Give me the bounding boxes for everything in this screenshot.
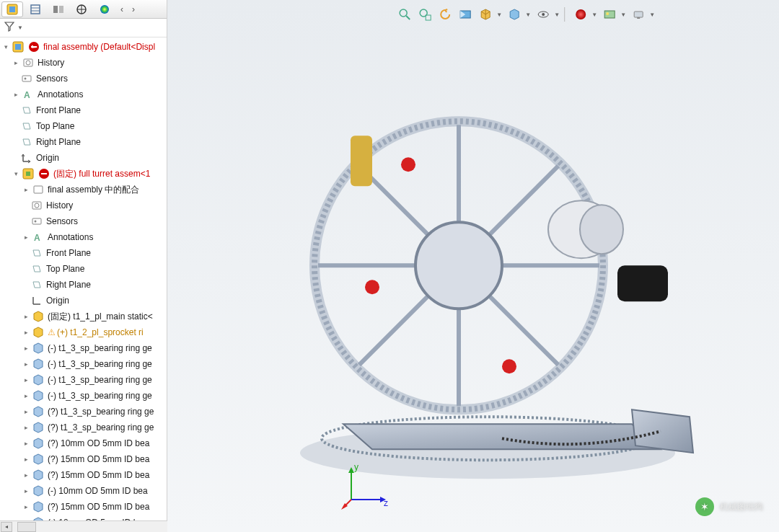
graphics-viewport[interactable]: ▼ ▼ ▼ ▼ ▼ ▼: [167, 0, 779, 532]
tree-filter-row: ▼: [0, 19, 167, 37]
expand-icon[interactable]: ▸: [22, 344, 30, 353]
tree-part[interactable]: ▸(-) t1_3_sp_bearing ring ge: [0, 372, 167, 388]
expand-icon[interactable]: ▸: [22, 376, 30, 384]
tree-part[interactable]: ▸(-) t1_3_sp_bearing ring ge: [0, 356, 167, 372]
expand-icon[interactable]: ▸: [22, 391, 30, 400]
section-view-icon[interactable]: [456, 6, 475, 23]
dropdown-icon[interactable]: ▼: [620, 12, 628, 18]
expand-icon[interactable]: ▸: [22, 312, 30, 321]
filter-icon[interactable]: [4, 22, 14, 34]
svg-rect-40: [634, 12, 643, 17]
tree-item-annotations[interactable]: ▸ A Annotations: [0, 87, 167, 102]
expand-icon[interactable]: ▸: [22, 423, 30, 432]
tree-label: final assembly 中的配合: [48, 184, 139, 196]
feature-tree[interactable]: ▾ final assembly (Default<Displ ▸ Histor…: [0, 37, 167, 532]
collapse-icon[interactable]: ▾: [12, 169, 20, 178]
zoom-to-fit-icon[interactable]: [395, 6, 414, 23]
tab-overflow-left[interactable]: ‹: [117, 1, 127, 17]
expand-icon[interactable]: ▸: [22, 455, 30, 464]
dropdown-icon[interactable]: ▼: [525, 12, 532, 18]
tree-item-mates[interactable]: ▸ final assembly 中的配合: [0, 182, 167, 198]
scroll-left-icon[interactable]: ◂: [1, 522, 12, 532]
tree-label: Origin: [36, 153, 59, 163]
part-icon: [32, 311, 45, 322]
plane-icon: [30, 279, 43, 291]
dropdown-icon[interactable]: ▼: [554, 12, 561, 18]
expand-icon[interactable]: ▸: [22, 185, 30, 194]
expand-icon[interactable]: ▸: [22, 439, 30, 448]
part-icon: [32, 438, 45, 449]
previous-view-icon[interactable]: [436, 6, 454, 23]
tree-item-top-plane[interactable]: Top Plane: [0, 261, 167, 277]
expand-icon[interactable]: ▸: [22, 407, 30, 416]
tab-property-mgr[interactable]: [25, 1, 46, 17]
tree-label: Sensors: [46, 216, 78, 226]
tree-part[interactable]: ▸(-) t1_3_sp_bearing ring ge: [0, 340, 167, 356]
expand-icon[interactable]: ▸: [22, 502, 30, 511]
plane-icon: [30, 247, 43, 259]
warning-icon: ⚠: [48, 327, 56, 337]
tree-label: Right Plane: [36, 137, 81, 147]
tree-part[interactable]: ▸(-) t1_3_sp_bearing ring ge: [0, 388, 167, 404]
tree-part[interactable]: ▸(?) 15mm OD 5mm ID bea: [0, 467, 167, 483]
collapse-icon[interactable]: ▾: [1, 43, 10, 51]
tree-label: (-) t1_3_sp_bearing ring ge: [48, 375, 152, 385]
expand-icon[interactable]: ▸: [22, 471, 30, 479]
expand-icon[interactable]: ▸: [22, 328, 30, 337]
apply-scene-icon[interactable]: [600, 6, 619, 23]
tree-part[interactable]: ▸(?) t1_3_sp_bearing ring ge: [0, 404, 167, 420]
hide-show-items-icon[interactable]: [534, 6, 553, 23]
view-settings-icon[interactable]: [629, 6, 648, 23]
tree-item-annotations[interactable]: ▸ A Annotations: [0, 229, 167, 245]
tree-label: (+) t1_2_pl_sprocket ri: [57, 327, 144, 337]
svg-rect-27: [32, 218, 41, 224]
toolbar-separator: [564, 7, 568, 22]
tree-part[interactable]: ▸(?) 10mm OD 5mm ID bea: [0, 435, 167, 451]
tree-item-origin[interactable]: Origin: [0, 150, 167, 166]
history-icon: [22, 57, 35, 68]
tab-overflow-right[interactable]: ›: [128, 1, 138, 17]
dropdown-icon[interactable]: ▼: [591, 12, 599, 18]
tree-root-assembly[interactable]: ▾ final assembly (Default<Displ: [0, 39, 167, 55]
view-orientation-icon[interactable]: [476, 6, 495, 23]
filter-dropdown-icon[interactable]: ▼: [17, 25, 23, 31]
tree-item-right-plane[interactable]: Right Plane: [0, 277, 167, 293]
tree-item-right-plane[interactable]: Right Plane: [0, 134, 167, 150]
svg-rect-2: [31, 5, 40, 14]
tab-feature-tree[interactable]: [1, 1, 23, 17]
display-style-icon[interactable]: [505, 6, 524, 23]
expand-icon[interactable]: ▸: [22, 360, 30, 368]
tree-item-sensors[interactable]: Sensors: [0, 213, 167, 229]
tree-item-front-plane[interactable]: Front Plane: [0, 102, 167, 118]
dropdown-icon[interactable]: ▼: [649, 12, 656, 18]
tree-item-origin[interactable]: Origin: [0, 293, 167, 309]
tree-part[interactable]: ▸ (固定) t1_1_pl_main static<: [0, 309, 167, 324]
tree-part-warning[interactable]: ▸ ⚠ (+) t1_2_pl_sprocket ri: [0, 324, 167, 340]
dropdown-icon[interactable]: ▼: [496, 12, 503, 18]
expand-icon[interactable]: ▸: [12, 58, 20, 67]
tree-item-history[interactable]: History: [0, 198, 167, 213]
tree-part[interactable]: ▸(?) t1_3_sp_bearing ring ge: [0, 420, 167, 435]
tree-item-history[interactable]: ▸ History: [0, 55, 167, 71]
zoom-to-area-icon[interactable]: [415, 6, 434, 23]
svg-point-18: [25, 78, 27, 80]
tree-item-front-plane[interactable]: Front Plane: [0, 245, 167, 261]
tab-configuration-mgr[interactable]: [48, 1, 69, 17]
orientation-triad[interactable]: y z: [340, 460, 391, 510]
part-icon: [32, 422, 45, 433]
tree-part[interactable]: ▸(-) 10mm OD 5mm ID bea: [0, 483, 167, 499]
expand-icon[interactable]: ▸: [12, 90, 20, 99]
edit-appearance-icon[interactable]: [571, 6, 590, 23]
tree-part[interactable]: ▸(?) 15mm OD 5mm ID bea: [0, 499, 167, 515]
expand-icon[interactable]: ▸: [22, 487, 30, 495]
svg-point-10: [100, 5, 109, 14]
tab-display-mgr[interactable]: [94, 1, 115, 17]
scroll-thumb[interactable]: [17, 522, 36, 532]
tree-item-top-plane[interactable]: Top Plane: [0, 118, 167, 134]
tree-part[interactable]: ▸(?) 15mm OD 5mm ID bea: [0, 451, 167, 467]
tree-item-sensors[interactable]: Sensors: [0, 71, 167, 87]
expand-icon[interactable]: ▸: [22, 233, 30, 241]
part-icon: [32, 327, 45, 338]
tab-dimxpert[interactable]: [71, 1, 92, 17]
tree-subassembly[interactable]: ▾ (固定) full turret assem<1: [0, 166, 167, 182]
